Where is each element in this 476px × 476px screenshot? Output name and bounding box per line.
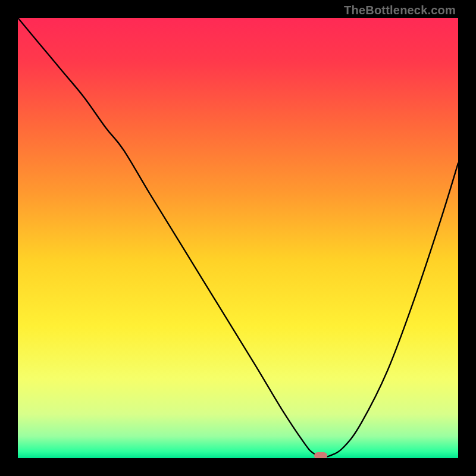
plot-area [18,18,458,458]
bottleneck-curve [18,18,458,458]
current-point-marker [314,452,327,458]
chart-frame: TheBottleneck.com [0,0,476,476]
watermark-text: TheBottleneck.com [344,4,456,17]
